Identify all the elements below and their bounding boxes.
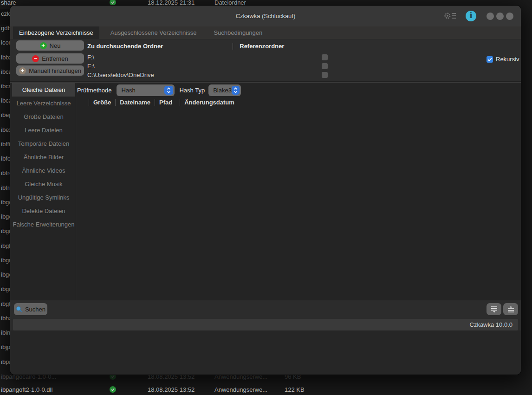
column-path[interactable]: Pfad: [159, 99, 172, 106]
manual-add-directory-button[interactable]: + Manuell hinzufügen: [16, 65, 84, 76]
file-type: Anwendungserwe...: [214, 386, 267, 393]
tab-included-directories[interactable]: Einbezogene Verzeichnisse: [13, 26, 99, 39]
sidebar-item-invalid-symlinks[interactable]: Ungültige Symlinks: [12, 191, 75, 204]
desktop-background: share 18.12.2025 21:31 Dateiordner czka …: [0, 0, 532, 395]
check-method-label: Prüfmethode: [77, 87, 111, 94]
column-size[interactable]: Größe: [93, 99, 111, 106]
column-modified-date[interactable]: Änderungsdatum: [184, 99, 234, 106]
sidebar-item-bad-extensions[interactable]: Falsche Erweiterungen: [12, 218, 75, 231]
recursive-label[interactable]: Rekursiv: [496, 56, 519, 63]
reference-checkbox[interactable]: [322, 54, 328, 60]
add-directory-button[interactable]: + Neu: [16, 40, 84, 51]
divider: [233, 43, 233, 50]
sidebar-item-same-music[interactable]: Gleiche Musik: [12, 177, 75, 191]
recursive-checkbox[interactable]: [487, 56, 493, 63]
sidebar-item-temporary-files[interactable]: Temporäre Dateien: [12, 137, 75, 150]
check-method-select[interactable]: Hash: [117, 84, 175, 96]
background-file-row: ibpangoft2-1.0-0.dll 18.08.2025 13:52 An…: [0, 386, 532, 394]
search-button[interactable]: Suchen: [14, 303, 47, 315]
tab-excluded-directories[interactable]: Ausgeschlossene Verzeichnisse: [104, 26, 203, 39]
sidebar-item-empty-files[interactable]: Leere Dateien: [12, 123, 75, 137]
magnifier-icon: [16, 306, 22, 312]
sidebar-item-similar-images[interactable]: Ähnliche Bilder: [12, 150, 75, 164]
sidebar-divider: [76, 83, 76, 300]
tab-search-conditions[interactable]: Suchbedingungen: [208, 26, 268, 39]
select-lower-button[interactable]: [487, 303, 501, 315]
minus-icon: −: [32, 55, 39, 62]
remove-directory-label: Entfernen: [42, 55, 68, 62]
file-name: ibpangoft2-1.0-0.dll: [1, 386, 52, 393]
titlebar[interactable]: Czkawka (Schluckauf) i: [10, 6, 521, 26]
sidebar-item-empty-directories[interactable]: Leere Verzeichnisse: [12, 97, 75, 110]
bottom-toolbar: Suchen: [10, 300, 521, 319]
window-footer-area: [10, 330, 521, 375]
lines-arrow-down-icon: [490, 305, 498, 313]
directories-header-row: Zu durchsuchende Ordner Referenzordner: [87, 42, 284, 50]
select-upper-button[interactable]: [503, 303, 518, 315]
remove-directory-button[interactable]: − Entfernen: [16, 53, 84, 64]
info-icon[interactable]: i: [466, 11, 476, 21]
sidebar-item-similar-videos[interactable]: Ähnliche Videos: [12, 164, 75, 177]
window-close-button[interactable]: [506, 13, 513, 20]
arrow-up-lines-icon: [507, 305, 515, 313]
status-bar: Czkawka 10.0.0: [13, 319, 518, 330]
results-table-header: Größe Dateiname Pfad Änderungsdatum: [84, 97, 234, 107]
window-maximize-button[interactable]: [496, 13, 504, 20]
tool-sidebar: Gleiche Dateien Leere Verzeichnisse Groß…: [12, 83, 75, 231]
app-version: Czkawka 10.0.0: [470, 319, 513, 330]
column-filename[interactable]: Dateiname: [120, 99, 150, 106]
sidebar-item-broken-files[interactable]: Defekte Dateien: [12, 204, 75, 218]
directory-path[interactable]: F:\: [87, 54, 94, 61]
manual-add-directory-label: Manuell hinzufügen: [29, 67, 81, 74]
plus-icon: +: [40, 42, 47, 49]
sidebar-item-duplicate-files[interactable]: Gleiche Dateien: [12, 83, 75, 97]
main-area: Gleiche Dateien Leere Verzeichnisse Groß…: [10, 83, 521, 300]
divider: [180, 99, 180, 106]
check-method-value: Hash: [121, 87, 164, 94]
add-directory-label: Neu: [50, 42, 61, 49]
search-label: Suchen: [25, 306, 45, 313]
file-size: 122 KB: [285, 386, 305, 393]
plus-icon: +: [19, 67, 26, 74]
sync-ok-icon: [110, 386, 116, 394]
reference-checkbox[interactable]: [322, 63, 328, 69]
reference-checkbox[interactable]: [322, 72, 328, 78]
settings-list-icon[interactable]: [444, 11, 457, 20]
divider: [155, 99, 155, 106]
hash-settings-row: Prüfmethode Hash Hash Typ Blake3: [77, 84, 241, 96]
file-date: 18.08.2025 13:52: [148, 386, 195, 393]
chevron-updown-icon: [164, 86, 173, 95]
directory-path[interactable]: C:\Users\eldov\OneDrive: [87, 71, 154, 78]
reference-folders-header: Referenzordner: [240, 43, 284, 50]
sidebar-item-big-files[interactable]: Große Dateien: [12, 110, 75, 123]
search-folders-header: Zu durchsuchende Ordner: [87, 43, 163, 50]
hash-type-label: Hash Typ: [179, 87, 205, 94]
window-minimize-button[interactable]: [487, 13, 494, 20]
chevron-updown-icon: [232, 86, 240, 95]
directory-path[interactable]: E:\: [87, 63, 95, 70]
divider: [115, 99, 116, 106]
directories-panel: + Neu − Entfernen + Manuell hinzufügen Z…: [10, 39, 521, 81]
directories-tabbar: Einbezogene Verzeichnisse Ausgeschlossen…: [10, 26, 521, 39]
hash-type-value: Blake3: [213, 87, 232, 94]
czkawka-window: Czkawka (Schluckauf) i Einbezogene Ve: [10, 6, 521, 375]
divider: [89, 99, 89, 106]
hash-type-select[interactable]: Blake3: [208, 84, 241, 96]
